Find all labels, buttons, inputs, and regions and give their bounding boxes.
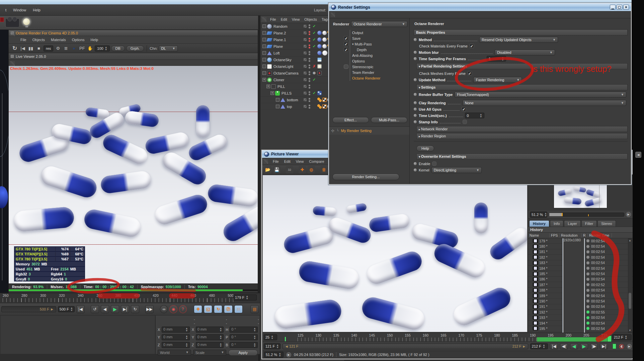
layer-icon[interactable] — [303, 51, 307, 55]
pv-options-button[interactable]: ▶ — [627, 344, 632, 349]
pick-material-icon[interactable]: ✋ — [87, 45, 93, 52]
effect-button[interactable]: Effect... — [332, 117, 369, 123]
om-menu-item[interactable]: View — [290, 17, 302, 22]
visibility-dots[interactable] — [309, 91, 310, 95]
enable-checkbox[interactable] — [432, 161, 436, 166]
object-name[interactable]: OctaneLight — [273, 65, 302, 69]
method-select[interactable]: Resend Only Updated Objects ▼ — [479, 37, 558, 43]
zoom-sphere-icon[interactable]: ◍ — [308, 166, 315, 173]
red-grid-icon[interactable] — [0, 17, 4, 22]
enable-state-icon[interactable] — [312, 44, 316, 48]
viewport-sliver[interactable] — [0, 30, 8, 293]
octane-window-titlebar[interactable]: Octane Render For Cinema 4D 2.05.0 — [9, 30, 258, 36]
expand-icon[interactable] — [262, 44, 266, 48]
settings-tree-item[interactable]: Anti-Aliasing — [329, 52, 409, 58]
expand-icon[interactable] — [276, 105, 279, 108]
stepper-icon[interactable]: ▲▼ — [219, 335, 222, 340]
zoom-spinner[interactable]: 51.2 % ▲▼ — [530, 212, 547, 218]
tree-item-label[interactable]: Save — [350, 35, 360, 41]
graph-button[interactable]: Grph. — [126, 45, 144, 51]
enable-state-icon[interactable] — [312, 37, 316, 42]
settings-tree-item[interactable]: Multi-Pass — [329, 41, 409, 47]
settings-tree-item[interactable]: Options — [329, 58, 409, 64]
stepper-icon[interactable]: ▲▼ — [276, 344, 279, 349]
ruler-start-spinner[interactable]: 25 ▲▼ — [264, 334, 277, 340]
move-tool-button[interactable]: ✚ — [194, 305, 202, 313]
apply-button[interactable]: Apply — [228, 350, 258, 356]
preview-range-bar[interactable]: 500 F ► — [1, 306, 56, 312]
visibility-dots[interactable] — [309, 105, 310, 109]
stepper-icon[interactable]: ▲▼ — [480, 113, 482, 118]
octane-menu-item[interactable]: Objects — [29, 37, 48, 43]
tree-item-label[interactable]: Stereoscopic — [350, 64, 374, 70]
settings-tree-item[interactable]: Octane Renderer — [329, 75, 409, 81]
expand-icon[interactable]: + — [270, 91, 274, 95]
pv-menu-item[interactable]: Edit — [281, 159, 293, 164]
stepper-icon[interactable]: ▲▼ — [185, 335, 188, 340]
layer-icon[interactable] — [303, 38, 307, 41]
rotate-tool-button[interactable]: ↻ — [214, 305, 222, 313]
light-bulb-icon[interactable] — [23, 18, 30, 25]
layer-icon[interactable] — [303, 78, 307, 82]
visibility-dots[interactable] — [309, 98, 310, 102]
pick-focus-icon[interactable]: PF — [79, 45, 85, 52]
stepper-icon[interactable]: ▲▼ — [278, 352, 281, 357]
enable-state-icon[interactable] — [312, 71, 316, 75]
object-name[interactable]: Random — [273, 24, 302, 28]
expand-icon[interactable]: + — [262, 78, 266, 82]
settings-tree-item[interactable]: Depth — [329, 47, 409, 52]
delete-icon[interactable]: 🗑 — [320, 166, 328, 173]
close-button[interactable]: ✕ — [623, 5, 629, 10]
stepper-icon[interactable]: ▲▼ — [253, 343, 256, 347]
tree-checkbox[interactable] — [344, 65, 348, 69]
stepper-icon[interactable]: ▲▼ — [185, 327, 188, 332]
layer-icon[interactable] — [303, 98, 307, 102]
layer-icon[interactable] — [303, 24, 307, 28]
rotation-field[interactable]: 0 °▲▼ — [230, 327, 258, 333]
expand-icon[interactable] — [262, 58, 266, 62]
record-button[interactable]: ◉ — [169, 305, 177, 313]
object-name[interactable]: Cloner — [273, 78, 302, 82]
tree-item-label[interactable]: Output — [350, 30, 363, 35]
pv-go-start-button[interactable]: |◀ — [550, 343, 558, 349]
range-end-spinner[interactable]: 500 F ▲▼ — [58, 306, 75, 312]
settings-tree-item[interactable]: Team Render — [329, 70, 409, 75]
pv-frame-spinner[interactable]: 121 F ▲▼ — [264, 343, 280, 349]
size-field[interactable]: 0 mm▲▼ — [196, 327, 224, 333]
network-render-header[interactable]: Network Render — [416, 126, 628, 132]
stepper-icon[interactable]: ▲▼ — [219, 327, 222, 332]
tag-list[interactable] — [317, 64, 322, 69]
check-materials-checkbox[interactable] — [470, 44, 474, 48]
settings-tree-item[interactable]: Save — [329, 35, 409, 41]
expand-icon[interactable] — [262, 65, 266, 68]
visibility-dots[interactable] — [309, 31, 310, 35]
my-render-setting-label[interactable]: My Render Setting — [341, 129, 372, 133]
side-panel-tab[interactable]: Layer — [564, 220, 581, 227]
pv-frame-ruler[interactable]: 25 ▲▼ 1251301351401451501551601651701751… — [263, 333, 633, 342]
render-region-header[interactable]: Render Region — [416, 133, 628, 139]
expand-icon[interactable] — [262, 71, 266, 75]
grip-handle[interactable] — [262, 17, 266, 22]
anim-dot-icon[interactable] — [414, 57, 417, 60]
side-panel-tab[interactable]: Stereo — [597, 220, 616, 227]
grid-32-icon[interactable]: 32 — [286, 166, 293, 173]
keyframe-link-button[interactable]: ∞ — [160, 305, 168, 313]
settings-tree-item[interactable]: Stereoscopic — [329, 64, 409, 70]
go-to-start-button[interactable]: |◀ — [76, 305, 85, 313]
layer-icon[interactable] — [303, 65, 307, 68]
visibility-dots[interactable] — [309, 38, 310, 42]
rotation-field[interactable]: 0 °▲▼ — [230, 342, 258, 348]
anim-dot-icon[interactable] — [414, 51, 417, 54]
render-settings-titlebar[interactable]: Render Settings ▁ ▢ ✕ — [329, 3, 631, 11]
om-menu-item[interactable]: Edit — [278, 17, 290, 22]
expand-icon[interactable] — [262, 51, 266, 55]
next-frame-button[interactable]: ▶| — [121, 305, 129, 313]
max-samples-spinner[interactable]: 100 ▲▼ — [95, 45, 109, 51]
tree-checkbox[interactable] — [344, 59, 348, 63]
fit-button[interactable]: ▶ — [626, 212, 631, 217]
object-name[interactable]: PILL — [277, 85, 302, 89]
autokey-help-button[interactable]: ? — [179, 305, 187, 313]
clay-select[interactable]: None ▼ — [463, 100, 626, 106]
stepper-icon[interactable]: ▲▼ — [253, 327, 256, 332]
stepper-icon[interactable]: ▲▼ — [105, 46, 107, 51]
